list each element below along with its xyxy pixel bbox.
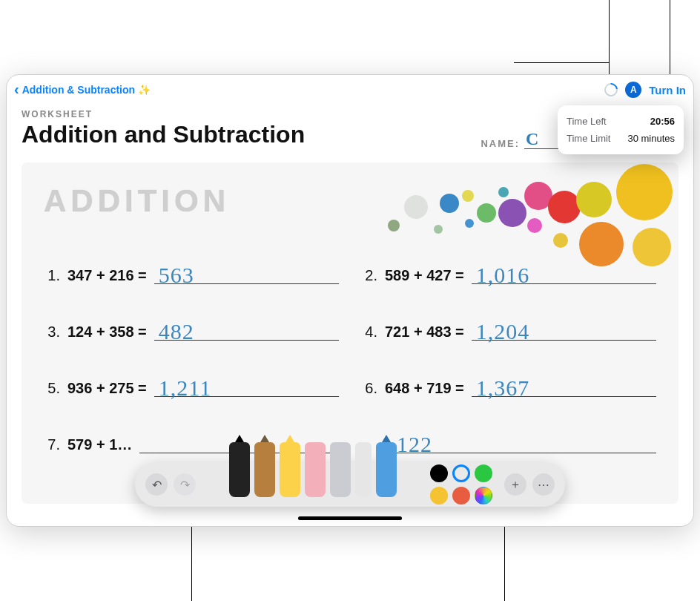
name-value: C [526, 129, 540, 148]
svg-point-14 [579, 222, 624, 266]
answer-handwriting: 122 [397, 433, 432, 456]
problem-equation: 347 + 216 = [67, 267, 147, 284]
problem-equation: 721 + 483 = [385, 324, 464, 341]
answer-line[interactable]: 1,367 [472, 375, 656, 397]
page-title: Addition and Subtraction [22, 121, 305, 148]
problem-row: 6. 648 + 719 = 1,367 [361, 375, 656, 397]
problem-row: 5. 936 + 275 = 1,211 [44, 375, 339, 397]
problem-row: 4. 721 + 483 = 1,204 [361, 318, 656, 341]
back-label: Addition & Subtraction ✨ [22, 84, 151, 96]
svg-point-10 [527, 218, 542, 233]
answer-line[interactable]: 482 [154, 318, 339, 341]
svg-point-8 [498, 199, 526, 227]
svg-point-12 [553, 233, 568, 248]
time-limit-value: 30 minutes [627, 133, 675, 144]
svg-point-13 [576, 182, 612, 217]
svg-point-5 [462, 190, 474, 202]
decorative-dots [372, 155, 683, 274]
more-button[interactable]: ⋯ [532, 473, 555, 496]
callout-leader [670, 0, 670, 74]
callout-leader [191, 527, 192, 601]
answer-line[interactable]: 563 [154, 262, 339, 284]
svg-point-7 [498, 187, 509, 197]
markup-toolbar: ↶ ↷ ＋ ⋯ [135, 462, 565, 507]
problem-row: 1. 347 + 216 = 563 [44, 262, 339, 284]
problem-number: 1. [44, 267, 60, 284]
answer-handwriting: 563 [159, 264, 194, 286]
problem-number: 5. [44, 380, 60, 397]
problem-equation: 579 + 1… [67, 436, 132, 453]
problem-row: 122 [361, 431, 656, 453]
svg-point-16 [633, 228, 671, 266]
problem-row: 3. 124 + 358 = 482 [44, 318, 339, 341]
undo-button[interactable]: ↶ [145, 473, 168, 496]
name-label: NAME: [481, 138, 520, 149]
answer-handwriting: 482 [159, 321, 194, 343]
turn-in-button[interactable]: Turn In [649, 84, 686, 96]
home-indicator [298, 516, 402, 520]
crayon-tool[interactable] [376, 442, 397, 497]
svg-point-4 [465, 219, 474, 228]
eyebrow-label: WORKSHEET [22, 109, 305, 119]
answer-line[interactable]: 1,204 [472, 318, 656, 341]
eraser-tool[interactable] [305, 442, 326, 497]
callout-leader [504, 527, 505, 601]
svg-point-0 [388, 220, 400, 231]
markup-mode-icon[interactable]: A [625, 82, 641, 98]
time-limit-label: Time Limit [567, 133, 610, 144]
answer-handwriting: 1,211 [159, 377, 211, 399]
svg-point-2 [434, 225, 443, 234]
ruler-tool[interactable] [355, 442, 372, 497]
answer-handwriting: 1,204 [476, 321, 530, 343]
svg-point-3 [440, 194, 459, 213]
svg-point-6 [477, 203, 496, 223]
time-left-label: Time Left [567, 116, 607, 127]
problem-number: 4. [361, 324, 377, 341]
answer-handwriting: 1,367 [476, 377, 530, 399]
problem-number: 3. [44, 324, 60, 341]
problem-grid: 1. 347 + 216 = 563 2. 589 + 427 = 1,016 … [44, 262, 656, 453]
highlighter-tool[interactable] [280, 442, 300, 497]
time-left-value: 20:56 [650, 116, 675, 127]
add-button[interactable]: ＋ [504, 473, 526, 496]
problem-equation: 648 + 719 = [385, 380, 464, 397]
chevron-left-icon: ‹ [14, 82, 19, 96]
color-swatch-black[interactable] [430, 464, 448, 482]
problem-equation: 124 + 358 = [67, 324, 147, 341]
back-button[interactable]: ‹ Addition & Subtraction ✨ [14, 82, 151, 97]
timer-progress-icon[interactable] [602, 80, 621, 99]
svg-point-15 [616, 164, 673, 220]
marker-tool[interactable] [254, 442, 275, 497]
problem-number: 7. [44, 436, 60, 453]
color-swatch-red[interactable] [452, 487, 470, 505]
tool-picker [229, 445, 397, 497]
svg-point-11 [548, 191, 581, 223]
callout-leader [514, 62, 609, 63]
answer-handwriting: 1,016 [476, 264, 530, 286]
problem-equation: 936 + 275 = [67, 380, 147, 397]
color-picker [430, 464, 492, 505]
answer-line[interactable]: 1,211 [154, 375, 339, 397]
color-swatch-yellow[interactable] [430, 487, 448, 505]
redo-button[interactable]: ↷ [174, 473, 196, 496]
navigation-bar: ‹ Addition & Subtraction ✨ A Turn In [7, 75, 693, 105]
lasso-tool[interactable] [330, 442, 351, 497]
answer-line[interactable]: 1,016 [472, 262, 656, 284]
answer-line[interactable]: 122 [392, 431, 656, 453]
pen-tool[interactable] [229, 442, 250, 497]
color-swatch-green[interactable] [475, 464, 492, 482]
problem-number: 6. [361, 380, 377, 397]
svg-point-1 [404, 195, 428, 219]
callout-leader [609, 0, 610, 74]
time-limit-popover: Time Left 20:56 Time Limit 30 minutes [558, 105, 684, 154]
color-swatch-blue-selected[interactable] [452, 464, 470, 482]
color-wheel-button[interactable] [475, 487, 492, 505]
